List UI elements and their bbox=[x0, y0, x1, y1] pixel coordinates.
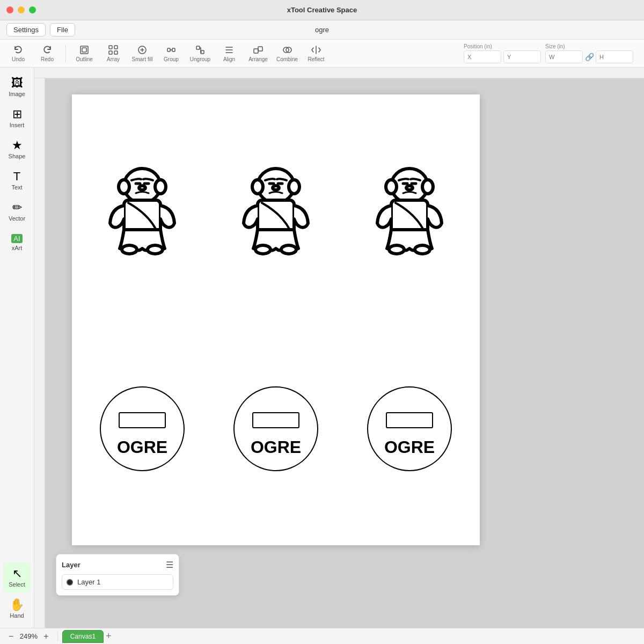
minimize-button[interactable] bbox=[18, 6, 25, 13]
outline-button[interactable]: Outline bbox=[70, 42, 98, 65]
close-button[interactable] bbox=[6, 6, 13, 13]
settings-button[interactable]: Settings bbox=[6, 23, 46, 36]
align-button[interactable]: Align bbox=[215, 42, 243, 65]
ungroup-button[interactable]: Ungroup bbox=[186, 42, 214, 65]
arrange-button[interactable]: Arrange bbox=[244, 42, 272, 65]
main-layout: 🖼 Image ⊞ Insert ★ Shape T Text ✏ Vector… bbox=[0, 68, 644, 628]
app-title: xTool Creative Space bbox=[287, 6, 357, 14]
svg-point-26 bbox=[139, 186, 145, 190]
file-button[interactable]: File bbox=[50, 23, 75, 36]
ogre-badge-cell-1: OGRE bbox=[75, 320, 209, 538]
svg-text:OGRE: OGRE bbox=[251, 437, 301, 457]
svg-text:OGRE: OGRE bbox=[384, 437, 435, 457]
h-input[interactable] bbox=[596, 50, 633, 63]
canvas-tab-1[interactable]: Canvas1 bbox=[62, 630, 104, 643]
svg-point-29 bbox=[289, 180, 299, 194]
bottom-bar: − 249% + Canvas1 + bbox=[0, 628, 644, 644]
svg-point-19 bbox=[119, 180, 129, 194]
select-icon: ↖ bbox=[12, 568, 22, 580]
maximize-button[interactable] bbox=[29, 6, 36, 13]
x-input[interactable] bbox=[464, 50, 501, 63]
svg-rect-52 bbox=[386, 413, 433, 428]
svg-rect-49 bbox=[253, 413, 299, 428]
svg-point-38 bbox=[422, 180, 433, 194]
sidebar-item-select[interactable]: ↖ Select bbox=[3, 562, 31, 592]
position-size-area: Position (in) Size (in) 🔗 bbox=[464, 43, 640, 63]
ogre-cell-2 bbox=[209, 102, 342, 320]
svg-rect-4 bbox=[109, 51, 112, 54]
svg-rect-3 bbox=[114, 46, 118, 49]
text-label: Text bbox=[11, 184, 22, 191]
ogre-badge-3: OGRE bbox=[364, 383, 455, 474]
insert-icon: ⊞ bbox=[12, 108, 22, 120]
layer-header: Layer ☰ bbox=[62, 560, 173, 570]
smart-fill-button[interactable]: Smart fill bbox=[128, 42, 156, 65]
size-group: Size (in) 🔗 bbox=[545, 43, 633, 63]
image-icon: 🖼 bbox=[11, 77, 23, 89]
zoom-section: − 249% + bbox=[0, 632, 58, 641]
svg-point-23 bbox=[148, 245, 163, 254]
sidebar-item-image[interactable]: 🖼 Image bbox=[3, 72, 31, 102]
sidebar-item-hand[interactable]: ✋ Hand bbox=[3, 594, 31, 624]
svg-point-41 bbox=[415, 245, 430, 254]
layer-title: Layer bbox=[62, 561, 80, 569]
redo-button[interactable]: Redo bbox=[33, 42, 61, 65]
svg-rect-0 bbox=[80, 46, 88, 54]
xart-label: xArt bbox=[12, 245, 23, 251]
sidebar-item-xart[interactable]: AI xArt bbox=[3, 228, 31, 258]
svg-point-31 bbox=[255, 245, 270, 254]
ruler-left bbox=[34, 78, 45, 628]
lock-icon[interactable]: 🔗 bbox=[585, 50, 594, 63]
layer-dot bbox=[67, 579, 73, 586]
toolbar-tools: Outline Array Smart fill Group Ungroup A… bbox=[70, 42, 330, 65]
ogre-badge-1: OGRE bbox=[97, 383, 188, 474]
sidebar-item-vector[interactable]: ✏ Vector bbox=[3, 196, 31, 226]
layer-1-name: Layer 1 bbox=[77, 578, 100, 586]
svg-point-40 bbox=[389, 245, 404, 254]
canvas-page: OGRE OGRE OGRE bbox=[72, 94, 480, 545]
toolbar-undo-redo: Undo Redo bbox=[4, 42, 61, 65]
zoom-out-button[interactable]: − bbox=[6, 632, 16, 641]
layer-menu-icon[interactable]: ☰ bbox=[166, 560, 173, 570]
svg-rect-2 bbox=[109, 46, 112, 49]
hand-icon: ✋ bbox=[10, 599, 24, 611]
combine-button[interactable]: Combine bbox=[273, 42, 301, 65]
left-sidebar: 🖼 Image ⊞ Insert ★ Shape T Text ✏ Vector… bbox=[0, 68, 34, 628]
size-label: Size (in) bbox=[545, 43, 633, 49]
svg-rect-1 bbox=[82, 48, 86, 52]
layer-item-1[interactable]: Layer 1 bbox=[62, 574, 173, 590]
group-button[interactable]: Group bbox=[157, 42, 185, 65]
reflect-button[interactable]: Reflect bbox=[302, 42, 330, 65]
svg-rect-14 bbox=[254, 49, 258, 53]
shape-label: Shape bbox=[9, 153, 26, 159]
svg-point-28 bbox=[252, 180, 263, 194]
svg-point-32 bbox=[281, 245, 296, 254]
svg-point-44 bbox=[406, 186, 413, 190]
vector-label: Vector bbox=[9, 215, 25, 222]
canvas-area[interactable]: OGRE OGRE OGRE bbox=[34, 68, 644, 628]
sidebar-item-text[interactable]: T Text bbox=[3, 165, 31, 195]
w-input[interactable] bbox=[545, 50, 583, 63]
menubar: Settings File ogre bbox=[0, 20, 644, 40]
ogre-badge-cell-2: OGRE bbox=[209, 320, 342, 538]
svg-point-22 bbox=[122, 245, 137, 254]
ogre-badge-2: OGRE bbox=[230, 383, 321, 474]
ogre-badge-cell-3: OGRE bbox=[343, 320, 477, 538]
svg-point-37 bbox=[386, 180, 397, 194]
layer-panel: Layer ☰ Layer 1 bbox=[56, 554, 179, 596]
y-input[interactable] bbox=[503, 50, 541, 63]
sidebar-item-shape[interactable]: ★ Shape bbox=[3, 134, 31, 164]
svg-point-48 bbox=[234, 387, 318, 471]
text-icon: T bbox=[13, 171, 20, 182]
shape-icon: ★ bbox=[12, 140, 23, 151]
titlebar: xTool Creative Space bbox=[0, 0, 644, 20]
toolbar: Undo Redo Outline Array Smart fill Group… bbox=[0, 40, 644, 68]
sidebar-item-insert[interactable]: ⊞ Insert bbox=[3, 103, 31, 133]
canvas-tabs-section: Canvas1 + bbox=[58, 630, 116, 643]
add-canvas-button[interactable]: + bbox=[106, 631, 112, 642]
toolbar-divider-1 bbox=[65, 45, 66, 62]
zoom-in-button[interactable]: + bbox=[41, 632, 50, 641]
undo-button[interactable]: Undo bbox=[4, 42, 32, 65]
ogre-figure-1 bbox=[99, 165, 185, 257]
array-button[interactable]: Array bbox=[99, 42, 127, 65]
